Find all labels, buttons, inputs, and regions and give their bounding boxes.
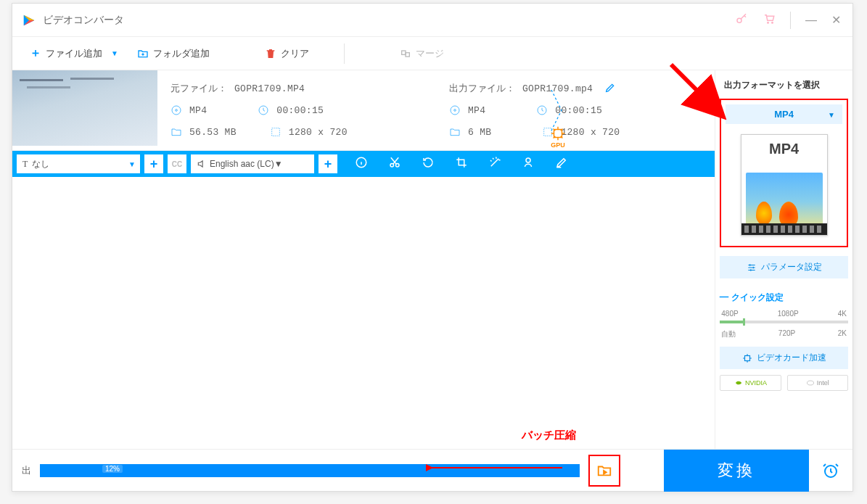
folder-play-icon [596, 463, 612, 479]
schedule-button[interactable] [809, 462, 852, 479]
quick-settings: クイック設定 480P 1080P 4K 自動 720P 2K [720, 289, 848, 339]
chevron-down-icon: ▼ [274, 159, 283, 169]
q-auto: 自動 [721, 329, 736, 339]
sidebar-heading: 出力フォーマットを選択 [720, 76, 848, 99]
add-audio-button[interactable]: + [319, 154, 337, 173]
src-duration: 00:00:15 [276, 105, 324, 116]
edit-toolbar: T なし ▼ + CC English aac (LC) ▼ + [12, 151, 715, 177]
edit-name-icon[interactable] [604, 82, 616, 96]
svg-rect-18 [744, 355, 749, 360]
annotation-arrow-bottom [426, 462, 564, 474]
chevron-down-icon: ▼ [828, 111, 835, 119]
rotate-icon[interactable] [422, 156, 435, 172]
folder-add-icon [137, 48, 149, 59]
format-preview-icon: MP4 [741, 134, 828, 236]
text-icon: T [22, 159, 28, 170]
gpu-accel-button[interactable]: ビデオカード加速 [720, 347, 848, 369]
clear-button[interactable]: クリア [259, 44, 315, 63]
sliders-icon [747, 263, 757, 273]
app-title: ビデオコンバータ [43, 14, 735, 27]
speaker-icon [197, 159, 207, 169]
cart-icon[interactable] [763, 12, 776, 28]
out-file-label: 出力ファイル： [449, 82, 515, 95]
merge-button[interactable]: マージ [394, 44, 450, 63]
gpu-label: ビデオカード加速 [757, 352, 826, 364]
param-settings-button[interactable]: パラメータ設定 [720, 256, 848, 278]
separator [790, 12, 791, 29]
svg-rect-4 [406, 52, 409, 56]
intel-label: Intel [817, 379, 829, 387]
format-value: MP4 [774, 109, 794, 120]
gpu-chip-icon: GPU [548, 125, 567, 149]
plus-icon: ＋ [30, 46, 41, 61]
open-folder-button[interactable] [588, 455, 620, 487]
out-format: MP4 [468, 105, 485, 116]
subtitle-value: なし [32, 158, 49, 170]
disc-icon [170, 104, 182, 116]
source-column: 元ファイル： GOPR1709.MP4 MP4 00:00:15 56.53 M… [157, 70, 397, 150]
nvidia-chip: NVIDIA [720, 375, 781, 391]
format-selector[interactable]: MP4 ▼ MP4 [720, 99, 848, 247]
cut-icon[interactable] [388, 156, 401, 172]
trash-icon [265, 48, 276, 59]
app-logo-icon [21, 12, 37, 28]
add-folder-label: フォルダ追加 [153, 47, 210, 60]
add-folder-button[interactable]: フォルダ追加 [131, 44, 215, 63]
format-dropdown[interactable]: MP4 ▼ [726, 104, 842, 124]
src-format: MP4 [189, 105, 207, 116]
crop-icon[interactable] [455, 156, 468, 172]
clock-icon [258, 104, 269, 116]
toolbar: ＋ ファイル追加 ▼ フォルダ追加 クリア マージ [12, 37, 852, 70]
svg-rect-3 [402, 51, 406, 54]
info-icon[interactable] [355, 156, 368, 172]
chevron-down-icon[interactable]: ▼ [111, 49, 118, 57]
svg-point-5 [172, 106, 181, 115]
audio-select[interactable]: English aac (LC) ▼ [191, 154, 314, 173]
svg-point-1 [768, 22, 769, 23]
nvidia-label: NVIDIA [745, 379, 767, 387]
video-thumbnail[interactable] [12, 70, 157, 146]
subtitle-select[interactable]: T なし ▼ [17, 154, 140, 173]
merge-label: マージ [416, 47, 444, 60]
dimensions-icon [270, 126, 282, 138]
svg-point-19 [807, 381, 813, 385]
subtitle-edit-icon[interactable] [555, 156, 568, 172]
svg-point-17 [526, 158, 530, 162]
watermark-icon[interactable] [522, 156, 535, 172]
intel-chip: Intel [787, 375, 848, 391]
add-file-button[interactable]: ＋ ファイル追加 ▼ [24, 43, 124, 64]
src-size: 56.53 MB [189, 127, 237, 138]
close-button[interactable]: ✕ [831, 13, 841, 27]
separator [344, 44, 345, 64]
cc-button[interactable]: CC [168, 154, 186, 173]
convert-button[interactable]: 変換 [664, 450, 809, 492]
quality-slider[interactable] [720, 321, 848, 323]
chevron-down-icon: ▼ [128, 160, 136, 168]
q-1080p: 1080P [778, 310, 799, 318]
nvidia-icon [734, 379, 743, 387]
out-size: 6 MB [468, 127, 491, 138]
svg-point-11 [454, 110, 456, 112]
output-dir-label: 出 [12, 464, 40, 477]
output-column: 出力ファイル： GOPR1709.mp4 MP4 00:00:15 [436, 70, 715, 150]
src-file-label: 元ファイル： [170, 82, 227, 95]
key-icon[interactable] [735, 12, 748, 28]
sidebar: 出力フォーマットを選択 MP4 ▼ MP4 パラメータ設定 クイック設定 [715, 70, 852, 450]
q-480p: 480P [721, 310, 738, 318]
svg-rect-8 [271, 128, 279, 136]
add-subtitle-button[interactable]: + [144, 154, 163, 173]
q-2k: 2K [838, 329, 847, 339]
svg-point-6 [176, 110, 178, 112]
param-label: パラメータ設定 [761, 261, 822, 273]
file-item: 元ファイル： GOPR1709.MP4 MP4 00:00:15 56.53 M… [12, 70, 715, 151]
minimize-button[interactable]: — [805, 14, 817, 27]
folder-icon [449, 126, 461, 138]
merge-icon [400, 48, 411, 59]
src-file-name: GOPR1709.MP4 [234, 83, 305, 94]
folder-icon [170, 126, 182, 138]
quick-heading: クイック設定 [720, 289, 848, 307]
gpu-label: GPU [551, 141, 565, 149]
progress-percent: 12% [102, 465, 123, 473]
svg-point-0 [737, 18, 741, 22]
effects-icon[interactable] [488, 156, 501, 172]
